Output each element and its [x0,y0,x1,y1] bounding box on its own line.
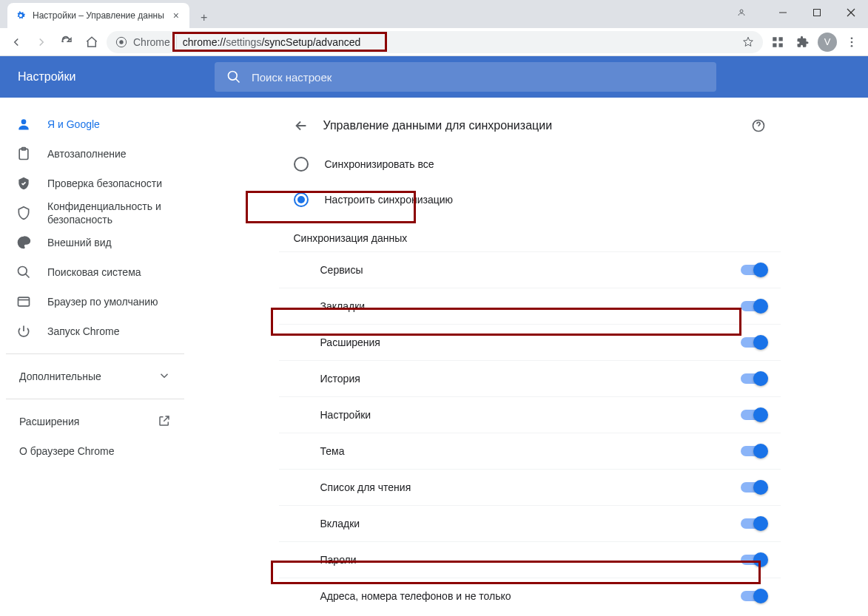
radio-checked-icon [294,192,309,207]
toggle-switch[interactable] [741,301,766,311]
open-external-icon [158,414,171,430]
sidebar-item-safety-check[interactable]: Проверка безопасности [6,169,184,198]
settings-app: Настройки Я и Google Автозаполнение Пров… [0,56,868,616]
divider [6,353,184,354]
divider [6,399,184,399]
svg-point-14 [229,72,238,81]
palette-icon [16,235,31,250]
omnibox-prefix: Chrome [133,36,170,48]
settings-search[interactable] [215,62,716,92]
menu-icon[interactable] [841,32,862,53]
toggle-row-bookmarks: Закладки [279,288,781,324]
gear-icon [15,10,27,21]
new-tab-button[interactable]: + [194,7,215,28]
browser-icon [16,294,31,309]
search-input[interactable] [252,71,704,84]
close-window-button[interactable] [834,0,868,25]
browser-toolbar: Chrome chrome://settings/syncSetup/advan… [0,28,868,56]
sidebar-item-privacy[interactable]: Конфиденциальность и безопасность [6,198,184,228]
sidebar-item-default-browser[interactable]: Браузер по умолчанию [6,287,184,317]
svg-point-0 [740,10,743,13]
maximize-button[interactable] [800,0,834,25]
svg-rect-9 [773,43,776,47]
shield-check-icon [16,176,31,191]
tab-title: Настройки – Управление данны [33,10,164,21]
toggle-switch[interactable] [741,446,766,456]
clipboard-icon [16,146,31,161]
toggle-row-passwords: Пароли [279,541,781,578]
search-icon [226,70,241,84]
app-title: Настройки [0,70,215,84]
toggle-row-extensions: Расширения [279,324,781,360]
back-arrow-button[interactable] [292,117,310,135]
browser-tab[interactable]: Настройки – Управление данны × [7,3,189,28]
toggle-switch[interactable] [741,410,766,420]
toggle-switch[interactable] [741,337,766,348]
radio-sync-all[interactable]: Синхронизировать все [279,146,781,182]
chevron-down-icon [158,369,171,385]
svg-rect-8 [779,37,783,41]
section-title: Синхронизация данных [279,217,781,251]
sidebar-about[interactable]: О браузере Chrome [6,436,184,466]
sidebar-advanced[interactable]: Дополнительные [6,362,184,391]
svg-point-13 [851,44,853,47]
person-icon [16,117,31,132]
omnibox-url: chrome://settings/syncSetup/advanced [183,36,360,48]
toggle-row-services: Сервисы [279,251,781,288]
toggle-switch[interactable] [741,518,766,529]
search-icon [16,265,31,280]
svg-rect-21 [18,297,30,306]
window-controls [724,0,868,25]
toggle-switch[interactable] [741,591,766,601]
sidebar-item-autofill[interactable]: Автозаполнение [6,139,184,169]
account-indicator-icon[interactable] [724,0,758,25]
forward-button[interactable] [31,32,52,53]
sidebar-item-on-startup[interactable]: Запуск Chrome [6,317,184,346]
close-tab-icon[interactable]: × [170,10,182,21]
sidebar-item-you-and-google[interactable]: Я и Google [6,109,184,139]
extensions-grid-icon[interactable] [767,32,788,53]
settings-header: Настройки [0,56,868,98]
svg-rect-2 [814,10,821,16]
svg-point-12 [851,41,853,43]
toggle-row-history: История [279,360,781,396]
settings-main: Управление данными для синхронизации Син… [191,98,868,616]
sidebar-item-appearance[interactable]: Внешний вид [6,228,184,257]
svg-rect-7 [773,37,776,41]
radio-sync-custom[interactable]: Настроить синхронизацию [279,182,781,217]
minimize-button[interactable] [766,0,800,25]
power-icon [16,324,31,339]
home-button[interactable] [81,32,102,53]
radio-icon [294,157,309,172]
profile-avatar[interactable]: V [818,33,837,52]
omnibox[interactable]: Chrome chrome://settings/syncSetup/advan… [107,31,763,53]
toggle-row-addresses: Адреса, номера телефонов и не только [279,578,781,614]
svg-point-16 [21,119,27,124]
sync-card: Управление данными для синхронизации Син… [279,105,781,616]
svg-line-20 [26,274,30,278]
reload-button[interactable] [56,32,77,53]
card-header: Управление данными для синхронизации [279,105,781,146]
toggle-row-theme: Тема [279,433,781,469]
toggle-switch[interactable] [741,265,766,275]
extensions-puzzle-icon[interactable] [793,32,813,53]
star-icon[interactable] [742,36,754,48]
sidebar-item-search-engine[interactable]: Поисковая система [6,257,184,287]
settings-sidebar: Я и Google Автозаполнение Проверка безоп… [0,98,191,616]
toggle-switch[interactable] [741,373,766,384]
svg-line-15 [236,79,240,83]
page-title: Управление данными для синхронизации [323,119,736,132]
svg-point-6 [119,40,123,44]
svg-point-11 [851,37,853,39]
svg-point-19 [18,267,27,276]
help-icon[interactable] [750,117,767,135]
shield-icon [16,206,31,220]
toggle-switch[interactable] [741,482,766,493]
toggle-row-reading-list: Список для чтения [279,469,781,505]
toggle-row-settings: Настройки [279,396,781,433]
chrome-icon [115,36,127,48]
toggle-switch[interactable] [741,555,766,565]
sidebar-extensions-link[interactable]: Расширения [6,407,184,436]
back-button[interactable] [6,32,27,53]
toggle-row-tabs: Вкладки [279,505,781,541]
